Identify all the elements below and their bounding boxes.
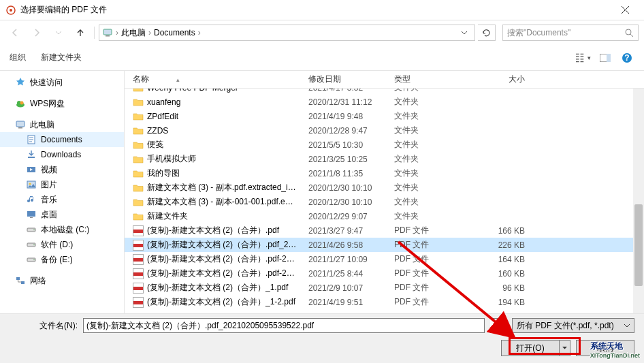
help-button[interactable]: ? <box>619 50 634 65</box>
svg-text:?: ? <box>624 53 629 63</box>
pdf-icon <box>133 297 144 308</box>
filter-label: 所有 PDF 文件(*.pdf, *.pdt) <box>517 320 624 332</box>
file-date: 2021/4/19 9:48 <box>308 112 394 121</box>
file-row[interactable]: (复制)-新建文本文档 (2)（合并）_1.pdf2021/2/9 10:07P… <box>125 281 644 295</box>
file-row[interactable]: 我的导图2021/1/8 11:35文件夹 <box>125 166 644 180</box>
sidebar-item-thispc[interactable]: 此电脑 <box>0 117 124 132</box>
file-date: 2021/1/8 11:35 <box>308 169 394 178</box>
breadcrumb-folder[interactable]: Documents <box>154 28 195 37</box>
sidebar-item-downloads[interactable]: Downloads <box>0 147 124 162</box>
file-name: (复制)-新建文本文档 (2)（合并）.pdf-2… <box>147 253 295 265</box>
file-date: 2021/1/25 8:44 <box>308 269 394 279</box>
file-row[interactable]: (复制)-新建文本文档 (2)（合并）.pdf2021/3/27 9:47PDF… <box>125 223 644 238</box>
file-row[interactable]: xuanfeng2020/12/31 11:12文件夹 <box>125 95 644 109</box>
drive-icon <box>26 254 37 265</box>
sidebar-item-label: 本地磁盘 (C:) <box>41 224 89 236</box>
file-row[interactable]: (复制)-新建文本文档 (2)（合并）_1-2.pdf2021/4/19 9:5… <box>125 295 644 309</box>
forward-button[interactable] <box>27 23 46 42</box>
file-name: 便笺 <box>147 139 163 151</box>
file-row[interactable]: (复制)-新建文本文档 (2)（合并）.pdf_2…2021/4/26 9:58… <box>125 238 644 252</box>
cancel-button[interactable]: 取消 <box>576 340 634 356</box>
file-type: 文件夹 <box>394 168 470 179</box>
file-name: 新建文件夹 <box>147 210 188 222</box>
sidebar-item-music[interactable]: 音乐 <box>0 192 124 207</box>
file-row[interactable]: 新建文件夹2020/12/29 9:07文件夹 <box>125 209 644 223</box>
svg-rect-13 <box>18 127 22 129</box>
file-size: 164 KB <box>470 255 545 264</box>
filename-input[interactable] <box>83 318 485 333</box>
file-row[interactable]: 手机模拟大师2021/3/25 10:25文件夹 <box>125 152 644 166</box>
back-button[interactable] <box>5 23 25 42</box>
preview-pane-button[interactable] <box>598 50 613 65</box>
up-button[interactable] <box>71 23 90 42</box>
sidebar-item-desktop[interactable]: 桌面 <box>0 207 124 222</box>
file-date: 2020/12/28 9:47 <box>308 126 394 136</box>
sidebar-item-label: 图片 <box>41 179 57 191</box>
svg-rect-15 <box>28 157 35 158</box>
close-button[interactable] <box>611 1 639 20</box>
breadcrumb-root[interactable]: 此电脑 <box>121 27 146 39</box>
close-icon <box>622 6 629 14</box>
organize-menu[interactable]: 组织 <box>10 52 26 63</box>
window-title: 选择要编辑的 PDF 文件 <box>20 4 611 16</box>
col-header-name[interactable]: 名称▴ <box>125 74 308 85</box>
file-type: 文件夹 <box>394 210 470 222</box>
file-type: PDF 文件 <box>394 296 470 308</box>
open-split-button[interactable] <box>560 340 570 356</box>
svg-rect-28 <box>21 281 25 284</box>
breadcrumb-sep: › <box>116 28 118 37</box>
file-type: PDF 文件 <box>394 239 470 251</box>
sidebar-item-pictures[interactable]: 图片 <box>0 177 124 192</box>
col-header-type[interactable]: 类型 <box>394 74 470 85</box>
main-area: 快速访问WPS网盘此电脑DocumentsDownloads视频图片音乐桌面本地… <box>0 71 644 313</box>
addressbar[interactable]: › 此电脑 › Documents › <box>99 25 475 41</box>
sidebar-item-wps[interactable]: WPS网盘 <box>0 96 124 111</box>
sidebar-item-documents[interactable]: Documents <box>0 132 124 147</box>
svg-point-18 <box>29 183 31 185</box>
new-folder-button[interactable]: 新建文件夹 <box>41 52 82 63</box>
file-row[interactable]: Weeny Free PDF Merger2021/4/17 5:32文件夹 <box>125 89 644 95</box>
file-row[interactable]: (复制)-新建文本文档 (2)（合并）.pdf-2…2021/1/27 10:0… <box>125 252 644 266</box>
sidebar-item-cdrive[interactable]: 本地磁盘 (C:) <box>0 222 124 237</box>
file-type: PDF 文件 <box>394 268 470 279</box>
titlebar: 选择要编辑的 PDF 文件 <box>0 0 644 20</box>
file-name: (复制)-新建文本文档 (2)（合并）.pdf-2… <box>147 268 295 279</box>
refresh-button[interactable] <box>478 25 496 41</box>
file-row[interactable]: (复制)-新建文本文档 (2)（合并）.pdf-2…2021/1/25 8:44… <box>125 266 644 281</box>
list-body[interactable]: Weeny Free PDF Merger2021/4/17 5:32文件夹xu… <box>125 89 644 313</box>
download-icon <box>26 149 37 160</box>
recent-dropdown[interactable] <box>49 23 68 42</box>
filename-dropdown[interactable] <box>490 318 502 333</box>
scrollbar-thumb[interactable] <box>634 204 643 286</box>
chevron-down-icon <box>56 31 61 35</box>
music-icon <box>26 194 37 205</box>
address-dropdown[interactable] <box>457 31 472 35</box>
sidebar-item-quick[interactable]: 快速访问 <box>0 75 124 90</box>
sidebar-item-network[interactable]: 网络 <box>0 273 124 288</box>
sidebar-item-videos[interactable]: 视频 <box>0 162 124 177</box>
file-row[interactable]: 新建文本文档 (3) - 副本.pdf.extracted_i…2020/12/… <box>125 180 644 195</box>
file-name: ZZDS <box>147 126 168 136</box>
file-name: (复制)-新建文本文档 (2)（合并）.pdf_2… <box>147 239 296 251</box>
scrollbar-vertical[interactable] <box>633 89 644 313</box>
filetype-filter[interactable]: 所有 PDF 文件(*.pdf, *.pdt) <box>512 318 634 333</box>
sidebar-item-label: 备份 (E:) <box>41 254 73 266</box>
file-type: 文件夹 <box>394 110 470 122</box>
sidebar-item-ddrive[interactable]: 软件 (D:) <box>0 237 124 252</box>
search-input[interactable]: 搜索"Documents" <box>502 25 639 41</box>
col-header-size[interactable]: 大小 <box>470 74 545 85</box>
refresh-icon <box>482 29 491 37</box>
view-details-button[interactable]: ▾ <box>576 50 591 65</box>
sidebar-item-label: Documents <box>41 135 82 144</box>
file-row[interactable]: 新建文本文档 (3) - 副本-001-001.pdf.e…2020/12/30… <box>125 195 644 209</box>
file-row[interactable]: ZPdfEdit2021/4/19 9:48文件夹 <box>125 109 644 123</box>
file-row[interactable]: 便笺2021/5/5 10:30文件夹 <box>125 138 644 152</box>
open-button[interactable]: 打开(O) <box>501 340 560 356</box>
col-header-date[interactable]: 修改日期 <box>308 74 394 85</box>
file-row[interactable]: ZZDS2020/12/28 9:47文件夹 <box>125 123 644 138</box>
svg-point-26 <box>33 259 35 261</box>
svg-rect-6 <box>607 54 611 62</box>
sort-indicator-icon: ▴ <box>176 76 180 83</box>
pic-icon <box>26 179 37 190</box>
sidebar-item-edrive[interactable]: 备份 (E:) <box>0 252 124 267</box>
